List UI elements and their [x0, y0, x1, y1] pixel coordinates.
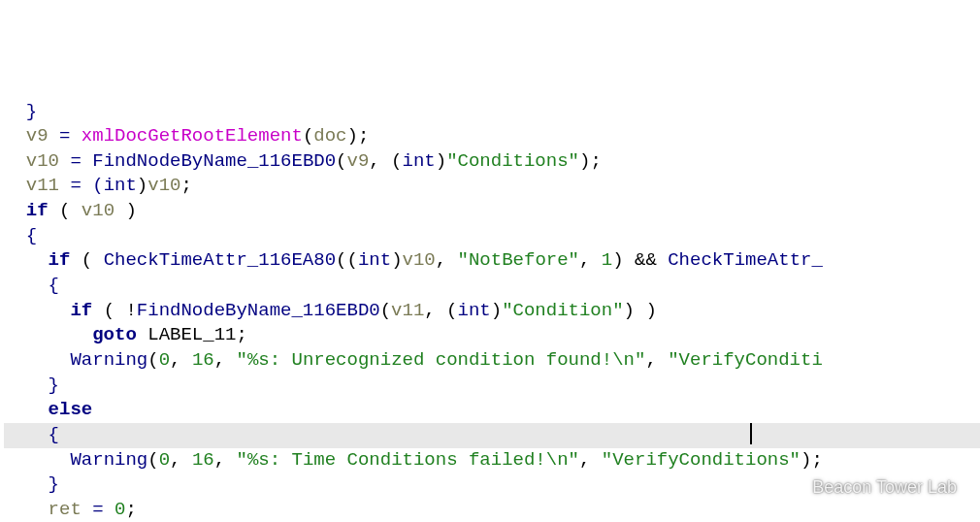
code-token: int — [358, 249, 391, 271]
code-token: v9 — [26, 125, 49, 147]
code-token: ) — [436, 150, 446, 172]
code-token: , — [170, 449, 192, 471]
code-token: ) ) — [624, 300, 657, 321]
code-line[interactable]: if ( !FindNodeByName_116EBD0(v11, (int)"… — [4, 299, 980, 324]
code-token: 0 — [114, 499, 125, 520]
code-token: ) — [114, 200, 137, 221]
code-token: ; — [125, 499, 136, 520]
code-token: } — [49, 473, 59, 495]
code-token: Warning — [70, 349, 147, 371]
code-token: , — [579, 249, 602, 271]
code-line[interactable]: } — [4, 374, 980, 399]
code-token: , — [170, 349, 192, 371]
code-token: goto — [92, 324, 137, 345]
code-line[interactable]: if ( v10 ) — [4, 199, 980, 224]
code-token: { — [26, 225, 37, 246]
code-token: ( — [380, 300, 391, 321]
code-token: "%s: Time Conditions failed!\n" — [237, 449, 579, 471]
code-token: 0 — [159, 449, 170, 471]
code-token: } — [49, 375, 59, 396]
code-token: "VerifyConditi — [668, 349, 823, 371]
code-line[interactable]: ret = 0; — [4, 498, 980, 522]
code-token: ( ! — [92, 300, 137, 321]
code-token: if — [26, 200, 49, 221]
code-token: ); — [347, 125, 370, 147]
code-token: else — [49, 399, 93, 420]
code-token: FindNodeByName_116EBD0 — [92, 150, 336, 172]
code-line[interactable]: Warning(0, 16, "%s: Time Conditions fail… — [4, 448, 980, 473]
code-token: ) — [491, 300, 502, 321]
code-token: ( — [147, 349, 158, 371]
code-token: "Conditions" — [446, 150, 579, 172]
code-token: ( — [147, 449, 158, 471]
code-token: if — [49, 249, 71, 271]
code-line[interactable]: Warning(0, 16, "%s: Unrecognized conditi… — [4, 348, 980, 374]
code-token: , — [214, 449, 237, 471]
code-token: ( — [303, 125, 313, 147]
code-token: ( — [336, 150, 346, 172]
code-token: , — [645, 349, 668, 371]
code-token: ( — [49, 200, 82, 221]
code-token: = ( — [59, 175, 104, 196]
code-token: ret — [49, 499, 82, 520]
code-token: { — [49, 275, 59, 296]
code-line[interactable]: { — [4, 423, 980, 448]
code-token: 16 — [192, 449, 214, 471]
code-editor[interactable]: } v9 = xmlDocGetRootElement(doc); v10 = … — [0, 100, 980, 522]
code-token: ; — [236, 324, 246, 345]
code-token: } — [26, 101, 37, 122]
code-token: v9 — [347, 150, 370, 172]
code-line[interactable]: v9 = xmlDocGetRootElement(doc); — [4, 124, 980, 149]
code-token: xmlDocGetRootElement — [82, 125, 303, 147]
code-token: 0 — [159, 349, 170, 371]
code-line[interactable]: v10 = FindNodeByName_116EBD0(v9, (int)"C… — [4, 149, 980, 175]
code-token: , — [579, 449, 602, 471]
code-token: , ( — [369, 150, 402, 172]
code-token: 16 — [192, 349, 214, 371]
code-token: v10 — [82, 200, 114, 221]
code-token: = — [49, 125, 82, 147]
code-line[interactable]: else — [4, 398, 980, 423]
code-token: v11 — [391, 300, 424, 321]
code-token: v10 — [26, 150, 59, 172]
code-token: Warning — [70, 449, 147, 471]
code-token: ) — [137, 175, 147, 196]
code-token: "Condition" — [502, 300, 623, 321]
code-token: { — [49, 424, 59, 445]
code-line[interactable]: { — [4, 274, 980, 299]
code-token: ) — [391, 249, 402, 271]
code-token: ( — [70, 249, 103, 271]
code-line[interactable]: if ( CheckTimeAttr_116EA80((int)v10, "No… — [4, 248, 980, 274]
code-line[interactable]: } — [4, 100, 980, 125]
code-token: "VerifyConditions" — [602, 449, 800, 471]
code-token — [137, 324, 147, 345]
code-token: int — [458, 300, 491, 321]
code-token: ; — [180, 175, 191, 196]
text-cursor — [750, 423, 752, 444]
code-token: , ( — [424, 300, 457, 321]
code-line[interactable]: } — [4, 473, 980, 498]
code-token: , — [436, 249, 458, 271]
code-line[interactable]: { — [4, 224, 980, 249]
code-token: CheckTimeAttr_ — [668, 249, 823, 271]
code-token: , — [214, 349, 237, 371]
code-line[interactable]: v11 = (int)v10; — [4, 174, 980, 199]
code-token: "%s: Unrecognized condition found!\n" — [237, 349, 646, 371]
code-token: v11 — [26, 175, 59, 196]
code-token: (( — [336, 249, 358, 271]
code-token: = — [82, 499, 114, 520]
code-token: v10 — [403, 249, 436, 271]
code-line[interactable]: goto LABEL_11; — [4, 323, 980, 348]
code-token: CheckTimeAttr_116EA80 — [104, 249, 336, 271]
code-token: v10 — [147, 175, 180, 196]
code-token: FindNodeByName_116EBD0 — [137, 300, 380, 321]
code-token: "NotBefore" — [458, 249, 579, 271]
code-token: ) && — [612, 249, 668, 271]
code-token: int — [403, 150, 436, 172]
code-token: int — [104, 175, 137, 196]
code-token: if — [70, 300, 92, 321]
code-token: ); — [579, 150, 602, 172]
code-token: 1 — [602, 249, 612, 271]
code-token: doc — [313, 125, 346, 147]
code-token: ); — [800, 449, 823, 471]
